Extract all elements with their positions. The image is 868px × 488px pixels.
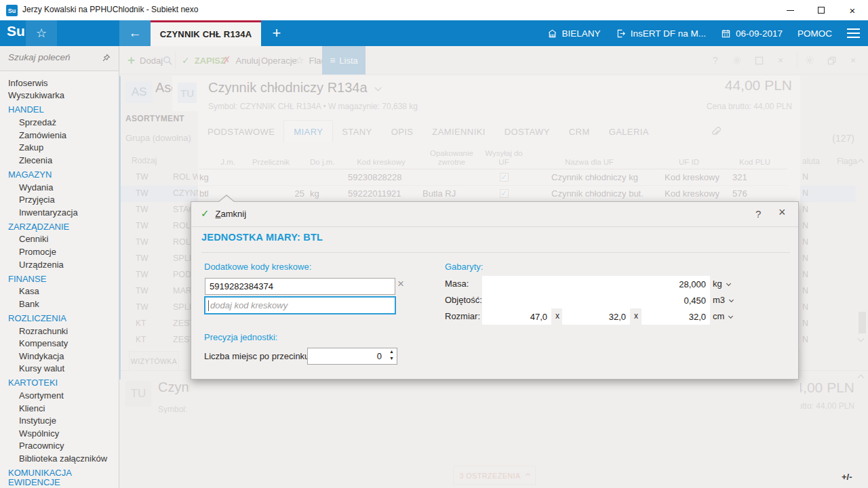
masa-unit-select[interactable]: kg (713, 279, 730, 289)
sidebar-item[interactable]: Promocje (0, 245, 119, 258)
sidebar-item[interactable]: HANDEL (0, 104, 119, 117)
minimize-button[interactable] (774, 0, 806, 20)
command-search[interactable]: Szukaj poleceń (0, 46, 119, 71)
help-label: POMOC (797, 28, 832, 39)
maximize-icon (818, 7, 825, 14)
zoom-adjust-control[interactable]: +/- (842, 472, 852, 482)
calendar-icon (721, 28, 731, 39)
dialog-close-button[interactable]: ✓ Zamknij (201, 207, 246, 220)
sidebar-item[interactable]: Zlecenia (0, 154, 119, 167)
location-selector[interactable]: BIELANY (547, 28, 601, 39)
date-label: 06-09-2017 (736, 28, 783, 39)
exit-door-icon (616, 28, 626, 39)
sidebar-item[interactable]: Przyjęcia (0, 193, 119, 206)
text-caret (208, 300, 209, 311)
clear-barcode-icon[interactable]: × (397, 277, 404, 291)
location-label: BIELANY (562, 28, 601, 39)
date-selector[interactable]: 06-09-2017 (721, 28, 783, 39)
session-label: InsERT DF na M... (631, 28, 706, 39)
building-icon (547, 28, 557, 39)
minimize-icon (787, 10, 794, 11)
sidebar-item[interactable]: Cenniki (0, 233, 119, 246)
sidebar-item[interactable]: Bank (0, 298, 119, 310)
rozmiar-unit-select[interactable]: cm (713, 311, 732, 321)
star-icon: ☆ (36, 26, 47, 41)
back-arrow-icon: ← (129, 26, 142, 41)
sidebar-item[interactable]: Zamówienia (0, 129, 119, 142)
dim2-field[interactable]: 32,0 (562, 308, 630, 325)
sidebar-item[interactable]: Urządzenia (0, 258, 119, 271)
search-placeholder: Szukaj poleceń (8, 52, 71, 62)
dialog-help-button[interactable]: ? (755, 208, 761, 220)
sidebar-item[interactable]: FINANSE (0, 272, 119, 285)
sidebar-item[interactable]: Instytucje (0, 414, 119, 427)
masa-field[interactable]: 28,000 (482, 276, 710, 292)
sidebar-item[interactable]: KARTOTEKI (0, 377, 119, 390)
titlebar: Su Jerzy Kowalski na PPHUChlodnik - Subi… (0, 0, 868, 20)
sidebar-item[interactable]: Infoserwis (0, 77, 119, 89)
unit-of-measure-dialog: ✓ Zamknij ? × JEDNOSTKA MIARY: BTL Dodat… (191, 201, 799, 380)
top-navbar: Su ☆ ← CZYNNIK CHŁ R134A + BIELANY InsER… (0, 20, 868, 46)
help-menu[interactable]: POMOC (797, 28, 832, 39)
dim1-field[interactable]: 47,0 (482, 308, 551, 325)
sidebar-item[interactable]: Asortyment (0, 389, 119, 402)
stepper-arrows-icon[interactable]: ▲▼ (389, 348, 394, 362)
divider (201, 252, 790, 253)
session-selector[interactable]: InsERT DF na M... (616, 28, 706, 39)
barcode-value-field[interactable]: 5919282384374 (205, 278, 395, 295)
sidebar-item[interactable]: Kompensaty (0, 337, 119, 350)
sidebar-item[interactable]: Kasa (0, 285, 119, 298)
sidebar-item[interactable]: Kursy walut (0, 363, 119, 375)
sidebar-item[interactable]: Wydania (0, 181, 119, 194)
maximize-button[interactable] (806, 0, 837, 20)
sidebar: Szukaj poleceń InfoserwisWyszukiwarkaHAN… (0, 46, 119, 488)
sidebar-item[interactable]: Inwentaryzacja (0, 206, 119, 219)
sidebar-item[interactable]: Klienci (0, 402, 119, 415)
app-icon: Su (6, 5, 18, 16)
sidebar-item[interactable]: Pracownicy (0, 440, 119, 453)
check-icon: ✓ (201, 207, 210, 220)
sidebar-item[interactable]: Windykacja (0, 350, 119, 363)
sidebar-item[interactable]: Biblioteka załączników (0, 452, 119, 465)
pin-icon[interactable] (102, 53, 111, 65)
barcodes-label: Dodatkowe kody kreskowe: (204, 262, 311, 272)
objetosc-unit-select[interactable]: m3 (713, 295, 733, 305)
sidebar-menu: InfoserwisWyszukiwarkaHANDELSprzedażZamó… (0, 71, 119, 488)
rozmiar-label: Rozmiar: (445, 311, 480, 321)
close-icon: × (850, 5, 856, 16)
dialog-x-button[interactable]: × (778, 205, 786, 220)
sidebar-item[interactable]: Rozrachunki (0, 325, 119, 338)
sidebar-item[interactable]: Sprzedaż (0, 116, 119, 129)
gabaryty-label: Gabaryty: (445, 262, 483, 272)
sidebar-item[interactable]: ZARZĄDZANIE (0, 220, 119, 233)
sidebar-item[interactable]: MAGAZYN (0, 168, 119, 181)
add-barcode-field[interactable]: dodaj kod kreskowy (204, 296, 396, 314)
su-logo: Su (7, 23, 25, 39)
dim3-field[interactable]: 32,0 (642, 308, 710, 325)
sidebar-item[interactable]: Zakup (0, 141, 119, 154)
sidebar-item[interactable]: ROZLICZENIA (0, 312, 119, 325)
objetosc-field[interactable]: 0,450 (482, 292, 710, 308)
decimals-label: Liczba miejsc po przecinku: (204, 351, 312, 361)
chevron-down-icon (728, 314, 733, 319)
chevron-down-icon (729, 298, 734, 302)
sidebar-item[interactable]: EWIDENCJE DODATKOWE (0, 481, 119, 488)
stepper-arrows-holder: ▲▼ (307, 348, 397, 365)
chevron-down-icon (726, 281, 731, 286)
back-button[interactable]: ← (119, 20, 151, 46)
sidebar-item[interactable]: Wspólnicy (0, 427, 119, 440)
dialog-title: JEDNOSTKA MIARY: BTL (201, 232, 323, 243)
objetosc-label: Objętość: (445, 295, 482, 305)
app-window: Su Jerzy Kowalski na PPHUChlodnik - Subi… (0, 0, 868, 488)
content-area: + Dodaj ✓ ZAPISZ ✗ Anuluj Operacje ☆ Fla… (119, 46, 868, 488)
dimension-separator: x (555, 311, 559, 321)
favorites-button[interactable]: ☆ (26, 20, 57, 46)
divider (191, 226, 798, 227)
new-tab-button[interactable]: + (262, 20, 292, 46)
dimension-separator: x (634, 311, 638, 321)
tab-czynnik[interactable]: CZYNNIK CHŁ R134A (151, 20, 261, 46)
close-button[interactable]: × (837, 0, 868, 20)
hamburger-menu-icon[interactable] (847, 28, 860, 38)
window-title: Jerzy Kowalski na PPHUChlodnik - Subiekt… (22, 5, 198, 14)
sidebar-item[interactable]: Wyszukiwarka (0, 89, 119, 102)
